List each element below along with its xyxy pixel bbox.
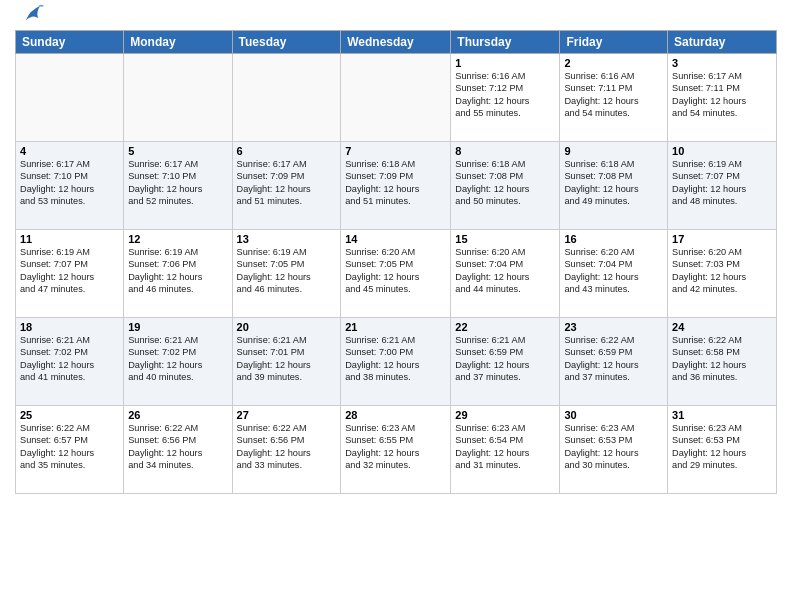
- week-row-1: 1Sunrise: 6:16 AMSunset: 7:12 PMDaylight…: [16, 54, 777, 142]
- day-number: 28: [345, 409, 446, 421]
- cell-info: Sunrise: 6:22 AMSunset: 6:59 PMDaylight:…: [564, 334, 663, 384]
- day-number: 19: [128, 321, 227, 333]
- calendar-cell: 16Sunrise: 6:20 AMSunset: 7:04 PMDayligh…: [560, 230, 668, 318]
- calendar-cell: 5Sunrise: 6:17 AMSunset: 7:10 PMDaylight…: [124, 142, 232, 230]
- calendar-cell: 19Sunrise: 6:21 AMSunset: 7:02 PMDayligh…: [124, 318, 232, 406]
- calendar-cell: [232, 54, 341, 142]
- weekday-header-thursday: Thursday: [451, 31, 560, 54]
- calendar-cell: 28Sunrise: 6:23 AMSunset: 6:55 PMDayligh…: [341, 406, 451, 494]
- cell-info: Sunrise: 6:20 AMSunset: 7:05 PMDaylight:…: [345, 246, 446, 296]
- calendar-cell: 20Sunrise: 6:21 AMSunset: 7:01 PMDayligh…: [232, 318, 341, 406]
- calendar-cell: 11Sunrise: 6:19 AMSunset: 7:07 PMDayligh…: [16, 230, 124, 318]
- calendar-cell: 24Sunrise: 6:22 AMSunset: 6:58 PMDayligh…: [668, 318, 777, 406]
- week-row-5: 25Sunrise: 6:22 AMSunset: 6:57 PMDayligh…: [16, 406, 777, 494]
- cell-info: Sunrise: 6:23 AMSunset: 6:54 PMDaylight:…: [455, 422, 555, 472]
- cell-info: Sunrise: 6:18 AMSunset: 7:09 PMDaylight:…: [345, 158, 446, 208]
- weekday-header-wednesday: Wednesday: [341, 31, 451, 54]
- cell-info: Sunrise: 6:16 AMSunset: 7:12 PMDaylight:…: [455, 70, 555, 120]
- day-number: 13: [237, 233, 337, 245]
- cell-info: Sunrise: 6:17 AMSunset: 7:10 PMDaylight:…: [20, 158, 119, 208]
- cell-info: Sunrise: 6:20 AMSunset: 7:03 PMDaylight:…: [672, 246, 772, 296]
- cell-info: Sunrise: 6:23 AMSunset: 6:53 PMDaylight:…: [564, 422, 663, 472]
- calendar-body: 1Sunrise: 6:16 AMSunset: 7:12 PMDaylight…: [16, 54, 777, 494]
- week-row-3: 11Sunrise: 6:19 AMSunset: 7:07 PMDayligh…: [16, 230, 777, 318]
- calendar-header: SundayMondayTuesdayWednesdayThursdayFrid…: [16, 31, 777, 54]
- calendar-cell: 3Sunrise: 6:17 AMSunset: 7:11 PMDaylight…: [668, 54, 777, 142]
- calendar-cell: 25Sunrise: 6:22 AMSunset: 6:57 PMDayligh…: [16, 406, 124, 494]
- cell-info: Sunrise: 6:21 AMSunset: 7:00 PMDaylight:…: [345, 334, 446, 384]
- day-number: 3: [672, 57, 772, 69]
- weekday-header-saturday: Saturday: [668, 31, 777, 54]
- day-number: 17: [672, 233, 772, 245]
- calendar-cell: 23Sunrise: 6:22 AMSunset: 6:59 PMDayligh…: [560, 318, 668, 406]
- cell-info: Sunrise: 6:21 AMSunset: 7:02 PMDaylight:…: [128, 334, 227, 384]
- logo-bird-icon: [18, 2, 44, 28]
- weekday-header-friday: Friday: [560, 31, 668, 54]
- day-number: 26: [128, 409, 227, 421]
- page-container: SundayMondayTuesdayWednesdayThursdayFrid…: [0, 0, 792, 612]
- calendar-cell: 6Sunrise: 6:17 AMSunset: 7:09 PMDaylight…: [232, 142, 341, 230]
- cell-info: Sunrise: 6:17 AMSunset: 7:09 PMDaylight:…: [237, 158, 337, 208]
- cell-info: Sunrise: 6:22 AMSunset: 6:57 PMDaylight:…: [20, 422, 119, 472]
- calendar-cell: 31Sunrise: 6:23 AMSunset: 6:53 PMDayligh…: [668, 406, 777, 494]
- day-number: 29: [455, 409, 555, 421]
- calendar-cell: 21Sunrise: 6:21 AMSunset: 7:00 PMDayligh…: [341, 318, 451, 406]
- day-number: 15: [455, 233, 555, 245]
- calendar-cell: 22Sunrise: 6:21 AMSunset: 6:59 PMDayligh…: [451, 318, 560, 406]
- cell-info: Sunrise: 6:16 AMSunset: 7:11 PMDaylight:…: [564, 70, 663, 120]
- day-number: 27: [237, 409, 337, 421]
- day-number: 9: [564, 145, 663, 157]
- calendar-cell: 1Sunrise: 6:16 AMSunset: 7:12 PMDaylight…: [451, 54, 560, 142]
- day-number: 31: [672, 409, 772, 421]
- calendar-table: SundayMondayTuesdayWednesdayThursdayFrid…: [15, 30, 777, 494]
- cell-info: Sunrise: 6:19 AMSunset: 7:05 PMDaylight:…: [237, 246, 337, 296]
- day-number: 1: [455, 57, 555, 69]
- cell-info: Sunrise: 6:23 AMSunset: 6:55 PMDaylight:…: [345, 422, 446, 472]
- cell-info: Sunrise: 6:22 AMSunset: 6:56 PMDaylight:…: [237, 422, 337, 472]
- day-number: 11: [20, 233, 119, 245]
- day-number: 5: [128, 145, 227, 157]
- calendar-cell: 27Sunrise: 6:22 AMSunset: 6:56 PMDayligh…: [232, 406, 341, 494]
- day-number: 2: [564, 57, 663, 69]
- cell-info: Sunrise: 6:23 AMSunset: 6:53 PMDaylight:…: [672, 422, 772, 472]
- calendar-cell: 12Sunrise: 6:19 AMSunset: 7:06 PMDayligh…: [124, 230, 232, 318]
- calendar-cell: 8Sunrise: 6:18 AMSunset: 7:08 PMDaylight…: [451, 142, 560, 230]
- day-number: 24: [672, 321, 772, 333]
- cell-info: Sunrise: 6:21 AMSunset: 7:01 PMDaylight:…: [237, 334, 337, 384]
- day-number: 6: [237, 145, 337, 157]
- cell-info: Sunrise: 6:21 AMSunset: 6:59 PMDaylight:…: [455, 334, 555, 384]
- weekday-header-monday: Monday: [124, 31, 232, 54]
- calendar-cell: 30Sunrise: 6:23 AMSunset: 6:53 PMDayligh…: [560, 406, 668, 494]
- day-number: 8: [455, 145, 555, 157]
- day-number: 25: [20, 409, 119, 421]
- cell-info: Sunrise: 6:19 AMSunset: 7:07 PMDaylight:…: [672, 158, 772, 208]
- calendar-cell: 4Sunrise: 6:17 AMSunset: 7:10 PMDaylight…: [16, 142, 124, 230]
- cell-info: Sunrise: 6:20 AMSunset: 7:04 PMDaylight:…: [564, 246, 663, 296]
- day-number: 7: [345, 145, 446, 157]
- day-number: 18: [20, 321, 119, 333]
- cell-info: Sunrise: 6:19 AMSunset: 7:07 PMDaylight:…: [20, 246, 119, 296]
- day-number: 30: [564, 409, 663, 421]
- cell-info: Sunrise: 6:22 AMSunset: 6:56 PMDaylight:…: [128, 422, 227, 472]
- cell-info: Sunrise: 6:21 AMSunset: 7:02 PMDaylight:…: [20, 334, 119, 384]
- header: [15, 10, 777, 22]
- day-number: 22: [455, 321, 555, 333]
- weekday-header-tuesday: Tuesday: [232, 31, 341, 54]
- day-number: 21: [345, 321, 446, 333]
- calendar-cell: 2Sunrise: 6:16 AMSunset: 7:11 PMDaylight…: [560, 54, 668, 142]
- cell-info: Sunrise: 6:18 AMSunset: 7:08 PMDaylight:…: [564, 158, 663, 208]
- calendar-cell: 29Sunrise: 6:23 AMSunset: 6:54 PMDayligh…: [451, 406, 560, 494]
- calendar-cell: 7Sunrise: 6:18 AMSunset: 7:09 PMDaylight…: [341, 142, 451, 230]
- week-row-2: 4Sunrise: 6:17 AMSunset: 7:10 PMDaylight…: [16, 142, 777, 230]
- weekday-header-sunday: Sunday: [16, 31, 124, 54]
- calendar-cell: 10Sunrise: 6:19 AMSunset: 7:07 PMDayligh…: [668, 142, 777, 230]
- weekday-header-row: SundayMondayTuesdayWednesdayThursdayFrid…: [16, 31, 777, 54]
- cell-info: Sunrise: 6:17 AMSunset: 7:10 PMDaylight:…: [128, 158, 227, 208]
- cell-info: Sunrise: 6:17 AMSunset: 7:11 PMDaylight:…: [672, 70, 772, 120]
- calendar-cell: 26Sunrise: 6:22 AMSunset: 6:56 PMDayligh…: [124, 406, 232, 494]
- day-number: 4: [20, 145, 119, 157]
- calendar-cell: 13Sunrise: 6:19 AMSunset: 7:05 PMDayligh…: [232, 230, 341, 318]
- cell-info: Sunrise: 6:20 AMSunset: 7:04 PMDaylight:…: [455, 246, 555, 296]
- day-number: 10: [672, 145, 772, 157]
- calendar-cell: 9Sunrise: 6:18 AMSunset: 7:08 PMDaylight…: [560, 142, 668, 230]
